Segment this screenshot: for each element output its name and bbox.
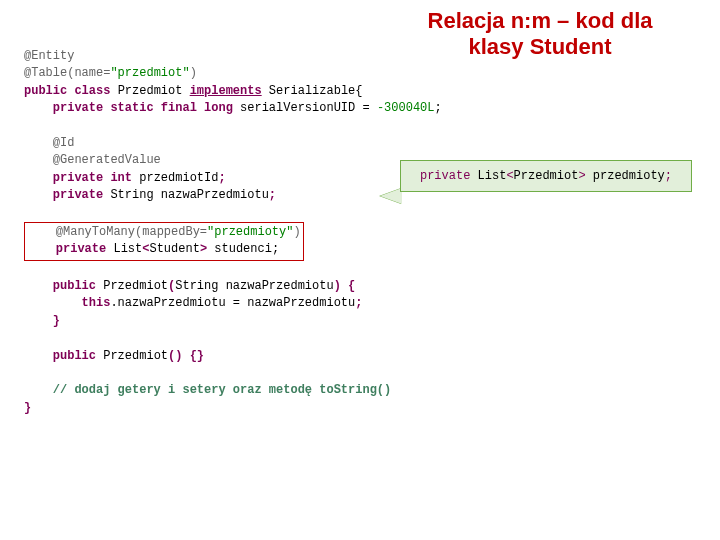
- line18b: Przedmiot: [96, 349, 168, 363]
- box2b: List: [106, 242, 142, 256]
- line3e: Serializable{: [262, 84, 363, 98]
- line3c: Przedmiot: [110, 84, 189, 98]
- line14b: Przedmiot: [96, 279, 168, 293]
- line18a: public: [24, 349, 96, 363]
- line4a: private static final long: [24, 101, 233, 115]
- line2a: @Table(name=: [24, 66, 110, 80]
- callout-rest: List: [470, 169, 506, 183]
- box2gt: >: [200, 242, 207, 256]
- line7: @GeneratedValue: [24, 153, 161, 167]
- callout-gt: >: [578, 169, 585, 183]
- callout-type: Przedmiot: [514, 169, 579, 183]
- line8a: private int: [24, 171, 132, 185]
- line3a: public: [24, 84, 67, 98]
- code-block: @Entity @Table(name="przedmiot") public …: [24, 48, 442, 417]
- line15c: ;: [355, 296, 362, 310]
- callout-box: private List<Przedmiot> przedmioty;: [400, 160, 692, 192]
- line9b: String nazwaPrzedmiotu: [103, 188, 269, 202]
- callout-lt: <: [506, 169, 513, 183]
- line20: // dodaj getery i setery oraz metodę toS…: [24, 383, 391, 397]
- line14e: ) {: [334, 279, 356, 293]
- line8c: ;: [218, 171, 225, 185]
- line14d: String nazwaPrzedmiotu: [175, 279, 333, 293]
- line15b: .nazwaPrzedmiotu = nazwaPrzedmiotu: [110, 296, 355, 310]
- line14a: public: [24, 279, 96, 293]
- line4c: -300040L: [377, 101, 435, 115]
- line16: }: [24, 314, 60, 328]
- box1b: "przedmioty": [207, 225, 293, 239]
- callout-semi: ;: [665, 169, 672, 183]
- box1c: ): [293, 225, 300, 239]
- line2c: ): [190, 66, 197, 80]
- box1a: @ManyToMany(mappedBy=: [56, 225, 207, 239]
- line9c: ;: [269, 188, 276, 202]
- box2c: Student: [149, 242, 199, 256]
- callout-var: przedmioty: [586, 169, 665, 183]
- line4b: serialVersionUID =: [233, 101, 377, 115]
- line18c: () {}: [168, 349, 204, 363]
- line1: @Entity: [24, 49, 74, 63]
- title-line2: klasy Student: [468, 34, 611, 59]
- box2a: private: [56, 242, 106, 256]
- line9a: private: [24, 188, 103, 202]
- title-line1: Relacja n:m – kod dla: [428, 8, 653, 33]
- line2b: "przedmiot": [110, 66, 189, 80]
- highlighted-box: @ManyToMany(mappedBy="przedmioty") priva…: [24, 222, 304, 261]
- line4d: ;: [434, 101, 441, 115]
- line8b: przedmiotId: [132, 171, 218, 185]
- line3d: implements: [190, 84, 262, 98]
- line6: @Id: [24, 136, 74, 150]
- line21: }: [24, 401, 31, 415]
- line3b: class: [67, 84, 110, 98]
- line15a: this: [24, 296, 110, 310]
- box2d: studenci;: [207, 242, 279, 256]
